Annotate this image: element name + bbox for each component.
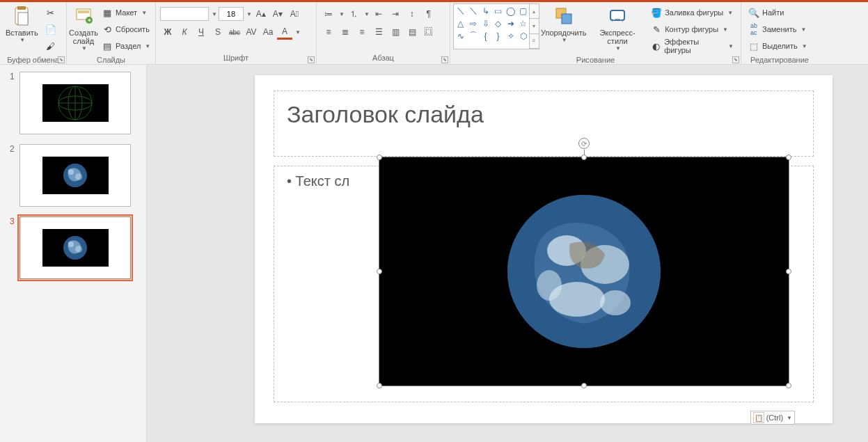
resize-handle[interactable] — [377, 269, 382, 274]
thumb-row[interactable]: 2 — [10, 144, 136, 207]
title-text: Заголовок слайда — [287, 101, 800, 128]
shape-rarrow-icon[interactable]: ⇨ — [467, 17, 479, 29]
shadow-button[interactable]: S — [210, 24, 226, 40]
shapes-scroll[interactable]: ▴▾≡ — [529, 4, 539, 49]
pen-icon: ✎ — [651, 24, 662, 35]
chevron-down-icon[interactable]: ▼ — [212, 11, 217, 17]
align-left-button[interactable]: ≡ — [321, 24, 336, 40]
rotate-handle[interactable]: ⟳ — [578, 138, 590, 149]
copy-button[interactable]: 📄 — [42, 22, 59, 37]
shape-hex-icon[interactable]: ⬡ — [517, 30, 529, 42]
shape-fill-button[interactable]: 🪣Заливка фигуры▼ — [648, 5, 736, 20]
shape-effects-button[interactable]: ◐Эффекты фигуры▼ — [648, 38, 736, 54]
paste-button[interactable]: Вставить ▼ — [3, 3, 41, 45]
font-color-button[interactable]: A — [277, 24, 292, 40]
paste-options-button[interactable]: 📋 (Ctrl) ▼ — [750, 411, 795, 425]
numbering-button[interactable]: ⒈ — [346, 6, 361, 22]
text-direction-button[interactable]: ¶ — [421, 6, 436, 22]
align-right-button[interactable]: ≡ — [354, 24, 370, 40]
line-spacing-button[interactable]: ↕ — [404, 6, 420, 22]
resize-handle[interactable] — [786, 383, 791, 388]
chevron-down-icon[interactable]: ▼ — [246, 11, 252, 17]
shape-callout-icon[interactable]: ✧ — [505, 30, 516, 42]
decrease-indent-button[interactable]: ⇤ — [371, 6, 386, 22]
smartart-button[interactable]: ⿴ — [421, 24, 436, 40]
thumb-row[interactable]: 1 — [10, 72, 136, 134]
resize-handle[interactable] — [786, 155, 791, 160]
justify-button[interactable]: ☰ — [371, 24, 386, 40]
cut-button[interactable]: ✂ — [42, 5, 59, 20]
font-name-input[interactable] — [160, 7, 209, 21]
align-center-button[interactable]: ≣ — [338, 24, 353, 40]
thumb-row[interactable]: 3 — [10, 216, 136, 279]
shape-diamond-icon[interactable]: ◇ — [492, 17, 504, 29]
shape-oval-icon[interactable]: ◯ — [505, 5, 516, 17]
shape-roundrect-icon[interactable]: ▢ — [517, 5, 529, 17]
font-size-input[interactable] — [219, 7, 244, 21]
chevron-down-icon[interactable]: ▼ — [295, 29, 301, 35]
shape-outline-button[interactable]: ✎Контур фигуры▼ — [648, 22, 736, 37]
format-painter-button[interactable]: 🖌 — [42, 38, 59, 54]
slide-thumb-2[interactable] — [19, 144, 131, 207]
bullets-button[interactable]: ≔ — [321, 6, 336, 22]
font-dialog-launcher[interactable]: ⬊ — [308, 56, 315, 63]
replace-button[interactable]: abacЗаменить▼ — [745, 22, 810, 37]
group-editing: 🔍Найти abacЗаменить▼ ⬚Выделить▼ Редактир… — [741, 2, 818, 64]
shapes-gallery[interactable]: ＼ ＼ ↳ ▭ ◯ ▢ △ ⇨ ⇩ ◇ ➜ ☆ ∿ ⌒ { } ✧ ⬡ ▴▾≡ — [453, 3, 539, 49]
resize-handle[interactable] — [786, 269, 791, 274]
inserted-picture[interactable]: ⟳ — [379, 157, 789, 386]
resize-handle[interactable] — [377, 383, 382, 388]
shape-line-icon[interactable]: ＼ — [467, 5, 479, 17]
shape-arc-icon[interactable]: ⌒ — [467, 30, 479, 42]
quick-styles-button[interactable]: Экспресс-стили ▼ — [588, 3, 647, 53]
shape-darrow-icon[interactable]: ⇩ — [480, 17, 491, 29]
shape-triangle-icon[interactable]: △ — [455, 17, 466, 29]
align-text-button[interactable]: ▤ — [404, 24, 420, 40]
slide-thumb-1[interactable] — [19, 72, 131, 134]
slide-thumb-3[interactable] — [19, 216, 131, 279]
drawing-dialog-launcher[interactable]: ⬊ — [732, 56, 739, 63]
clear-format-button[interactable]: A⃠ — [287, 6, 302, 22]
find-button[interactable]: 🔍Найти — [745, 5, 810, 20]
underline-button[interactable]: Ч — [194, 24, 209, 40]
shrink-font-button[interactable]: A▾ — [270, 6, 285, 22]
svg-point-27 — [537, 270, 562, 301]
resize-handle[interactable] — [581, 155, 587, 160]
shape-star-icon[interactable]: ☆ — [517, 17, 529, 29]
increase-indent-button[interactable]: ⇥ — [388, 6, 403, 22]
spacing-button[interactable]: AV — [244, 24, 259, 40]
shape-rect-icon[interactable]: ▭ — [492, 5, 504, 17]
shape-brace-icon[interactable]: { — [480, 30, 491, 42]
case-button[interactable]: Aa — [260, 24, 276, 40]
thumb-number: 3 — [10, 216, 19, 279]
svg-rect-8 — [562, 14, 571, 24]
resize-handle[interactable] — [377, 155, 382, 160]
grow-font-button[interactable]: A▴ — [253, 6, 269, 22]
shape-arrow-icon[interactable]: ➜ — [505, 17, 516, 29]
italic-button[interactable]: К — [177, 24, 192, 40]
shape-curve-icon[interactable]: ∿ — [455, 30, 466, 42]
bold-button[interactable]: Ж — [160, 24, 175, 40]
shape-connector-icon[interactable]: ↳ — [480, 5, 491, 17]
new-slide-button[interactable]: ✶ Создать слайд ▼ — [70, 3, 97, 53]
slide-canvas[interactable]: Заголовок слайда • Текст сл ⟳ — [147, 65, 868, 442]
svg-text:✶: ✶ — [87, 17, 92, 24]
group-paragraph: ≔▼ ⒈▼ ⇤ ⇥ ↕ ¶ ≡ ≣ ≡ ☰ ▥ ▤ ⿴ Абзац ⬊ — [317, 2, 450, 64]
resize-handle[interactable] — [581, 383, 587, 388]
thumbnails-panel[interactable]: 1 2 3 — [0, 65, 147, 442]
clipboard-dialog-launcher[interactable]: ⬊ — [58, 56, 65, 63]
group-clipboard: Вставить ▼ ✂ 📄 🖌 Буфер обмена ⬊ — [0, 2, 67, 64]
layout-button[interactable]: ▦Макет▼ — [99, 5, 153, 20]
columns-button[interactable]: ▥ — [388, 24, 403, 40]
chevron-down-icon: ▼ — [81, 45, 87, 52]
paragraph-dialog-launcher[interactable]: ⬊ — [441, 56, 448, 63]
title-placeholder[interactable]: Заголовок слайда — [274, 90, 814, 157]
select-button[interactable]: ⬚Выделить▼ — [745, 38, 810, 54]
shape-brace-icon[interactable]: } — [492, 30, 504, 42]
strike-button[interactable]: abc — [227, 24, 242, 40]
shape-line-icon[interactable]: ＼ — [455, 5, 466, 17]
section-button[interactable]: ▤Раздел▼ — [99, 38, 153, 54]
arrange-button[interactable]: Упорядочить ▼ — [539, 3, 588, 45]
new-slide-icon: ✶ — [72, 5, 95, 27]
reset-button[interactable]: ⟲Сбросить — [99, 22, 153, 37]
